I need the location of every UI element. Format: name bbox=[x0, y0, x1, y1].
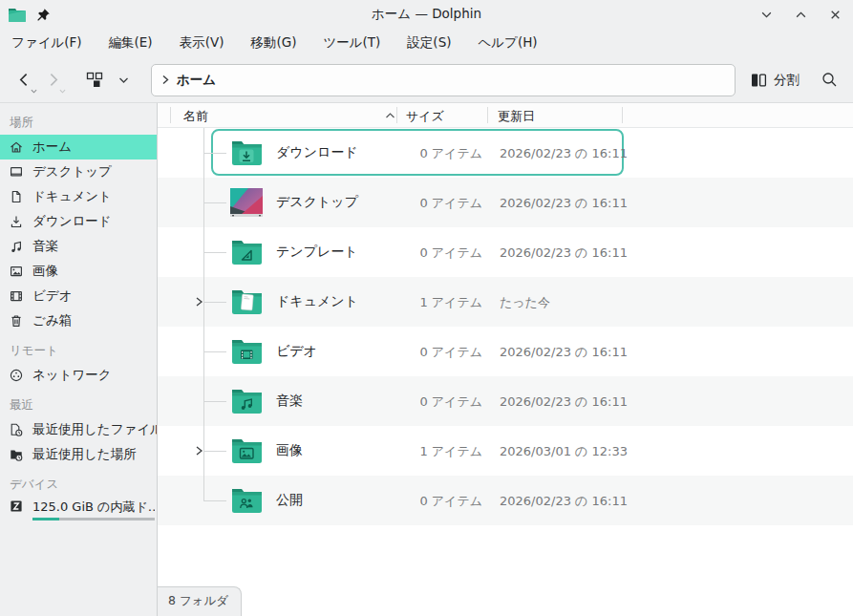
video-icon bbox=[9, 288, 24, 304]
sort-ascending-icon bbox=[385, 112, 395, 119]
trash-icon bbox=[9, 313, 24, 329]
file-name: 画像 bbox=[276, 442, 303, 459]
sidebar-item-music[interactable]: 音楽 bbox=[0, 234, 157, 259]
file-date: 2026/02/23 の 16:11 bbox=[500, 493, 628, 510]
view-mode-tree-button[interactable] bbox=[80, 65, 109, 96]
file-size: 1 アイテム bbox=[375, 443, 482, 460]
file-size: 0 アイテム bbox=[375, 393, 482, 411]
sidebar-item-internal-drive[interactable]: 125.0 GiB の内蔵ド… bbox=[0, 497, 157, 529]
file-name: ダウンロード bbox=[276, 144, 358, 161]
column-header-date[interactable]: 更新日 bbox=[498, 108, 535, 125]
sidebar-item-label: ダウンロード bbox=[32, 213, 112, 230]
breadcrumb-chevron-icon bbox=[161, 74, 170, 85]
column-header-name[interactable]: 名前 bbox=[183, 108, 208, 125]
expand-chevron-icon[interactable] bbox=[195, 296, 203, 308]
maximize-button[interactable] bbox=[794, 8, 807, 21]
remote-section-header: リモート bbox=[0, 339, 157, 363]
home-icon bbox=[9, 139, 24, 155]
folder-pictures-icon bbox=[229, 435, 264, 466]
menu-settings[interactable]: 設定(S) bbox=[405, 32, 453, 54]
window-title: ホーム — Dolphin bbox=[372, 6, 481, 23]
sidebar-item-label: ネットワーク bbox=[32, 367, 112, 384]
pin-icon[interactable] bbox=[36, 8, 51, 22]
file-name: テンプレート bbox=[276, 244, 358, 261]
table-row[interactable]: 画像 1 アイテム 2026/03/01 の 12:33 bbox=[158, 426, 853, 476]
file-size: 0 アイテム bbox=[375, 244, 482, 262]
minimize-button[interactable] bbox=[759, 8, 773, 21]
sidebar-item-label: ホーム bbox=[32, 138, 72, 156]
menu-file[interactable]: ファイル(F) bbox=[10, 32, 84, 54]
expand-chevron-icon[interactable] bbox=[195, 445, 203, 457]
split-view-icon bbox=[751, 73, 767, 88]
file-date: 2026/02/23 の 16:11 bbox=[500, 393, 628, 411]
sidebar-item-documents[interactable]: ドキュメント bbox=[0, 184, 157, 209]
column-header-size[interactable]: サイズ bbox=[406, 108, 444, 125]
sidebar-item-videos[interactable]: ビデオ bbox=[0, 284, 157, 308]
table-row[interactable]: デスクトップ 0 アイテム 2026/02/23 の 16:11 bbox=[158, 178, 853, 227]
folder-download-icon bbox=[229, 138, 264, 168]
device-label: 125.0 GiB の内蔵ド… bbox=[32, 499, 155, 516]
menu-help[interactable]: ヘルプ(H) bbox=[476, 32, 539, 54]
file-size: 0 アイテム bbox=[375, 145, 482, 162]
dolphin-window: ホーム — Dolphin ファイル(F) 編集(E) 表示(V) 移動(G) … bbox=[0, 0, 853, 616]
menubar: ファイル(F) 編集(E) 表示(V) 移動(G) ツール(T) 設定(S) ヘ… bbox=[0, 29, 853, 57]
devices-section-header: デバイス bbox=[0, 473, 157, 497]
music-icon bbox=[9, 239, 24, 254]
content-area: 場所 ホーム デスクトップ bbox=[0, 102, 853, 616]
menu-view[interactable]: 表示(V) bbox=[178, 32, 226, 54]
sidebar-item-recent-places[interactable]: 最近使用した場所 bbox=[0, 442, 157, 467]
view-mode-dropdown-caret[interactable] bbox=[109, 65, 138, 96]
back-button[interactable] bbox=[10, 65, 38, 96]
sidebar-item-label: ドキュメント bbox=[32, 188, 112, 205]
dolphin-folder-icon bbox=[8, 7, 27, 23]
sidebar-item-label: 画像 bbox=[32, 263, 58, 280]
recent-place-icon bbox=[9, 447, 24, 462]
file-name: ビデオ bbox=[276, 343, 317, 360]
folder-videos-icon bbox=[229, 336, 264, 367]
titlebar[interactable]: ホーム — Dolphin bbox=[0, 0, 853, 29]
table-row[interactable]: ドキュメント 1 アイテム たった今 bbox=[158, 277, 853, 327]
search-button[interactable] bbox=[815, 65, 843, 96]
status-badge: 8 フォルダ bbox=[158, 586, 242, 616]
forward-button bbox=[38, 65, 67, 96]
table-row[interactable]: 公開 0 アイテム 2026/02/23 の 16:11 bbox=[158, 476, 853, 525]
file-size: 0 アイテム bbox=[375, 344, 482, 361]
file-name: デスクトップ bbox=[276, 194, 358, 211]
sidebar-item-pictures[interactable]: 画像 bbox=[0, 259, 157, 284]
sidebar-item-label: 最近使用したファイル bbox=[32, 421, 158, 438]
table-row[interactable]: ダウンロード 0 アイテム 2026/02/23 の 16:11 bbox=[158, 128, 853, 178]
sidebar-item-trash[interactable]: ごみ箱 bbox=[0, 308, 157, 333]
sidebar-item-label: 音楽 bbox=[32, 238, 58, 255]
split-view-button[interactable]: 分割 bbox=[745, 68, 805, 93]
recent-file-icon bbox=[9, 422, 24, 437]
sidebar-item-desktop[interactable]: デスクトップ bbox=[0, 159, 157, 184]
recent-section-header: 最近 bbox=[0, 393, 157, 417]
location-bar[interactable]: ホーム bbox=[151, 64, 736, 96]
device-capacity-bar bbox=[32, 518, 155, 520]
sidebar-item-network[interactable]: ネットワーク bbox=[0, 363, 157, 388]
network-icon bbox=[9, 368, 24, 383]
sidebar-item-label: 最近使用した場所 bbox=[32, 446, 137, 463]
sidebar-item-recent-files[interactable]: 最近使用したファイル bbox=[0, 417, 157, 442]
file-view: 名前 サイズ 更新日 bbox=[158, 103, 853, 616]
file-date: 2026/02/23 の 16:11 bbox=[500, 195, 628, 212]
table-row[interactable]: テンプレート 0 アイテム 2026/02/23 の 16:11 bbox=[158, 227, 853, 277]
back-history-caret-icon[interactable] bbox=[31, 89, 37, 94]
menu-tools[interactable]: ツール(T) bbox=[321, 32, 382, 54]
table-row[interactable]: ビデオ 0 アイテム 2026/02/23 の 16:11 bbox=[158, 327, 853, 376]
places-panel: 場所 ホーム デスクトップ bbox=[0, 103, 158, 616]
table-row[interactable]: 音楽 0 アイテム 2026/02/23 の 16:11 bbox=[158, 376, 853, 426]
menu-go[interactable]: 移動(G) bbox=[248, 32, 298, 54]
file-name: 公開 bbox=[276, 492, 303, 509]
file-size: 0 アイテム bbox=[375, 195, 482, 212]
sidebar-item-label: デスクトップ bbox=[32, 163, 112, 181]
menu-edit[interactable]: 編集(E) bbox=[107, 32, 155, 54]
download-icon bbox=[9, 214, 24, 229]
sidebar-item-downloads[interactable]: ダウンロード bbox=[0, 209, 157, 234]
desktop-icon bbox=[9, 164, 24, 180]
split-view-label: 分割 bbox=[774, 72, 800, 89]
sidebar-item-home[interactable]: ホーム bbox=[0, 135, 157, 159]
file-name: ドキュメント bbox=[276, 293, 358, 310]
breadcrumb[interactable]: ホーム bbox=[177, 72, 216, 89]
close-button[interactable] bbox=[828, 8, 842, 21]
